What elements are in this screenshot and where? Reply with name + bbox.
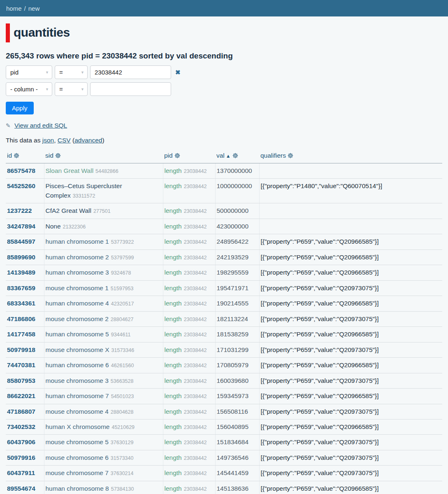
row-id-link[interactable]: 85807953 (7, 377, 35, 384)
pid-property-link[interactable]: length (165, 346, 182, 353)
pid-property-link[interactable]: length (165, 254, 182, 261)
pid-property-link[interactable]: length (165, 167, 182, 174)
column-header-qualifiers-link[interactable]: qualifiers (260, 152, 286, 159)
breadcrumb-current-link[interactable]: new (28, 5, 40, 12)
sid-entity-link[interactable]: human chromosome 2 (46, 254, 109, 261)
cell-sid: human chromosome 153773922 (44, 234, 163, 249)
pid-property-link[interactable]: length (165, 454, 182, 461)
sid-entity-link[interactable]: mouse chromosome 3 (46, 377, 109, 384)
table-row: 73402532 human X chromosome45210629 leng… (6, 419, 442, 434)
sid-entity-link[interactable]: human chromosome 5 (46, 331, 109, 338)
sid-entity-link[interactable]: mouse chromosome 5 (46, 438, 109, 445)
pid-property-link[interactable]: length (165, 438, 182, 445)
pid-property-link[interactable]: length (165, 377, 182, 384)
cell-val: 242193529 (215, 249, 259, 265)
breadcrumb-home-link[interactable]: home (6, 5, 22, 12)
column-cog-icon[interactable] (14, 153, 19, 160)
sid-entity-link[interactable]: CfA2 Great Wall (46, 207, 91, 214)
export-csv-link[interactable]: CSV (58, 137, 71, 144)
cell-pid: length23038442 (163, 389, 215, 404)
new-filter-operator-select[interactable]: = ▼ (55, 82, 88, 96)
cell-id: 34247894 (6, 219, 44, 234)
row-id-link[interactable]: 14177458 (7, 331, 35, 338)
row-id-link[interactable]: 47186807 (7, 408, 35, 415)
row-id-link[interactable]: 54525260 (7, 182, 35, 189)
cell-pid: length23038442 (163, 435, 215, 450)
column-cog-icon[interactable] (174, 153, 180, 160)
pid-property-link[interactable]: length (165, 284, 182, 291)
row-id-link[interactable]: 34247894 (7, 223, 35, 230)
column-header-id-link[interactable]: id (7, 152, 12, 159)
pid-property-link[interactable]: length (165, 361, 182, 368)
pid-property-link[interactable]: length (165, 223, 182, 230)
table-header-row: id sid pid val▲ qualifiers (6, 151, 442, 163)
sid-entity-link[interactable]: human chromosome 8 (46, 485, 109, 492)
row-id-link[interactable]: 74470381 (7, 361, 35, 368)
row-id-link[interactable]: 85844597 (7, 238, 35, 245)
sid-entity-link[interactable]: None (46, 223, 61, 230)
sid-entity-link[interactable]: mouse chromosome 6 (46, 454, 109, 461)
sid-entity-link[interactable]: Sloan Great Wall (46, 167, 94, 174)
pid-property-link[interactable]: length (165, 315, 182, 322)
sid-entity-link[interactable]: human chromosome 6 (46, 361, 109, 368)
row-id-link[interactable]: 47186806 (7, 315, 35, 322)
column-cog-icon[interactable] (288, 153, 293, 160)
column-cog-icon[interactable] (232, 153, 238, 160)
column-header-pid-link[interactable]: pid (164, 152, 173, 159)
column-header-sid-link[interactable]: sid (45, 152, 53, 159)
pid-property-link[interactable]: length (165, 269, 182, 276)
pid-property-link[interactable]: length (165, 392, 182, 399)
sid-entity-link[interactable]: mouse chromosome 4 (46, 408, 109, 415)
export-json-link[interactable]: json (42, 137, 54, 144)
pid-property-link[interactable]: length (165, 408, 182, 415)
row-id-link[interactable]: 50979916 (7, 454, 35, 461)
export-advanced-link[interactable]: advanced (74, 137, 102, 144)
table-row: 86575478 Sloan Great Wall54482866 length… (6, 163, 442, 179)
row-id-link[interactable]: 86575478 (7, 167, 35, 174)
filter-operator-select[interactable]: = ▼ (55, 65, 88, 79)
sid-entity-link[interactable]: human X chromosome (46, 423, 110, 430)
pid-property-link[interactable]: length (165, 469, 182, 476)
row-id-link[interactable]: 86622021 (7, 392, 35, 399)
row-id-link[interactable]: 85899690 (7, 254, 35, 261)
cell-id: 85844597 (6, 234, 44, 249)
sid-entity-link[interactable]: mouse chromosome 2 (46, 315, 109, 322)
column-header-val-link[interactable]: val (216, 152, 225, 159)
sid-entity-link[interactable]: human chromosome 4 (46, 300, 109, 307)
sid-entity-link[interactable]: mouse chromosome 1 (46, 284, 109, 291)
pid-property-link[interactable]: length (165, 238, 182, 245)
pid-property-link[interactable]: length (165, 331, 182, 338)
sid-raw-id: 53773922 (111, 239, 134, 245)
table-row: 83367659 mouse chromosome 151597953 leng… (6, 280, 442, 296)
row-id-link[interactable]: 68334361 (7, 300, 35, 307)
pid-property-link[interactable]: length (165, 300, 182, 307)
cell-qualifiers: [{"property":"P659","value":"Q20966585"}… (259, 358, 442, 373)
pid-property-link[interactable]: length (165, 182, 182, 189)
row-id-link[interactable]: 73402532 (7, 423, 35, 430)
cell-val: 1370000000 (215, 163, 259, 179)
pid-property-link[interactable]: length (165, 485, 182, 492)
row-id-link[interactable]: 60437906 (7, 438, 35, 445)
filter-column-select[interactable]: pid ▼ (6, 65, 52, 79)
sid-entity-link[interactable]: human chromosome 7 (46, 392, 109, 399)
sid-entity-link[interactable]: human chromosome 1 (46, 238, 109, 245)
column-cog-icon[interactable] (55, 153, 61, 160)
filter-value-input[interactable] (90, 65, 171, 79)
sid-entity-link[interactable]: mouse chromosome X (46, 346, 109, 353)
new-filter-value-input[interactable] (90, 82, 171, 96)
row-id-link[interactable]: 83367659 (7, 284, 35, 291)
row-id-link[interactable]: 14139489 (7, 269, 35, 276)
apply-button[interactable]: Apply (6, 102, 34, 114)
sid-entity-link[interactable]: mouse chromosome 7 (46, 469, 109, 476)
pid-property-link[interactable]: length (165, 207, 182, 214)
pid-property-link[interactable]: length (165, 423, 182, 430)
remove-filter-button[interactable]: ✖ (175, 69, 181, 76)
row-id-link[interactable]: 60437911 (7, 469, 35, 476)
sid-entity-link[interactable]: human chromosome 3 (46, 269, 109, 276)
view-edit-sql-link[interactable]: View and edit SQL (14, 122, 67, 129)
new-filter-column-select[interactable]: - column - ▼ (6, 82, 52, 96)
row-id-link[interactable]: 50979918 (7, 346, 35, 353)
pid-raw-id: 23038442 (184, 301, 207, 307)
row-id-link[interactable]: 89554674 (7, 485, 35, 492)
row-id-link[interactable]: 1237222 (7, 207, 32, 214)
